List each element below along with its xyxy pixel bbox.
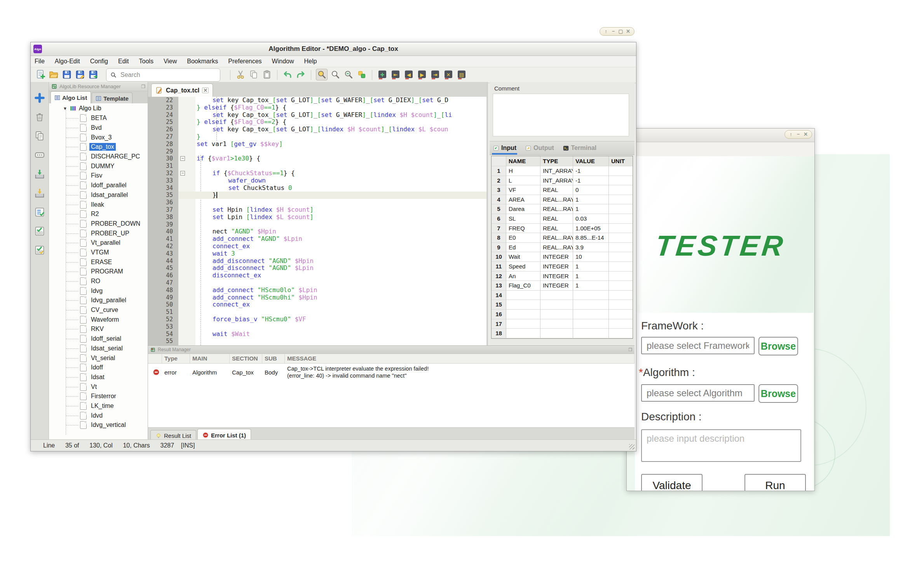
menu-help[interactable]: Help: [304, 58, 317, 65]
copy-page-icon[interactable]: [34, 130, 45, 142]
tree-item-Idsat[interactable]: Idsat: [49, 373, 148, 382]
restore-up-button[interactable]: ↑: [603, 28, 609, 35]
minimize-button[interactable]: −: [610, 28, 617, 35]
tree-item-Idoff_serial[interactable]: Idoff_serial: [49, 334, 148, 344]
panel-float-icon[interactable]: ❐: [141, 84, 145, 89]
add-icon[interactable]: [34, 92, 45, 104]
save-all-icon[interactable]: [88, 69, 99, 80]
swap-icon[interactable]: [356, 69, 367, 80]
redo-icon[interactable]: [295, 69, 306, 80]
table-row[interactable]: 6SLREAL0.03: [492, 214, 633, 224]
search-box[interactable]: [106, 68, 220, 82]
save-edit-icon[interactable]: [75, 69, 85, 80]
tree-expander-icon[interactable]: ▼: [63, 106, 67, 111]
tree-item-RKV[interactable]: RKV: [49, 324, 148, 334]
save-icon[interactable]: [61, 69, 72, 80]
tree-item-PROBER_UP[interactable]: PROBER_UP: [49, 228, 148, 238]
tree-item-Idoff[interactable]: Idoff: [49, 363, 148, 373]
tree-item-Bvox_3[interactable]: Bvox_3: [49, 132, 148, 142]
tab-close-icon[interactable]: ✕: [202, 87, 209, 93]
validate-button[interactable]: Validate: [641, 474, 703, 491]
import-yellow-icon[interactable]: [34, 187, 45, 199]
menu-tools[interactable]: Tools: [139, 58, 153, 65]
panel-float-icon[interactable]: ❐: [628, 347, 632, 352]
table-row[interactable]: 10WaitINTEGER10: [492, 252, 633, 262]
menu-file[interactable]: File: [35, 58, 45, 65]
tree-item-Idsat_serial[interactable]: Idsat_serial: [49, 344, 148, 354]
menu-view[interactable]: View: [164, 58, 177, 65]
tree-item-Waveform[interactable]: Waveform: [49, 315, 148, 324]
table-row[interactable]: 7FREQREAL1.00E+05: [492, 224, 633, 233]
rename-icon[interactable]: [34, 149, 45, 161]
tree-item-PROGRAM[interactable]: PROGRAM: [49, 267, 148, 277]
menu-algo-edit[interactable]: Algo-Edit: [55, 58, 80, 65]
tester-titlebar[interactable]: ↑−✕: [627, 129, 814, 142]
result-row[interactable]: errorAlgorithmCap_toxBodyCap_tox->TCL in…: [148, 364, 635, 379]
bookmark-add-icon[interactable]: ✚: [377, 69, 388, 80]
tab-input[interactable]: Input: [493, 141, 516, 155]
menu-edit[interactable]: Edit: [118, 58, 129, 65]
description-textarea[interactable]: [641, 429, 801, 462]
validate-icon[interactable]: [34, 225, 45, 237]
table-row[interactable]: 3VFREAL0: [492, 185, 633, 195]
table-row[interactable]: 5DareaREAL...RAY1: [492, 204, 633, 214]
tree-item-Cap_tox[interactable]: Cap_tox: [49, 142, 148, 152]
main-titlebar[interactable]: Algo Algorithm Editor - *DEMO_algo - Cap…: [31, 42, 636, 56]
tree-item-Idsat_parallel[interactable]: Idsat_parallel: [49, 190, 148, 200]
tree-root[interactable]: ▼ Algo Lib: [49, 103, 148, 113]
tree-item-ERASE[interactable]: ERASE: [49, 257, 148, 267]
tree-item-DISCHARGE_PC[interactable]: DISCHARGE_PC: [49, 152, 148, 162]
new-algo-icon[interactable]: [35, 69, 46, 80]
tree-item-DUMMY[interactable]: DUMMY: [49, 161, 148, 171]
tree-item-PROBER_DOWN[interactable]: PROBER_DOWN: [49, 219, 148, 229]
zoom-out-icon[interactable]: [343, 69, 354, 80]
table-row[interactable]: 4AREAREAL...RAY1: [492, 195, 633, 205]
run-button[interactable]: Run: [744, 474, 806, 491]
bookmark-last-icon[interactable]: ⇥: [430, 69, 441, 80]
tree-item-Idoff_parallel[interactable]: Idoff_parallel: [49, 181, 148, 190]
algorithm-browse-button[interactable]: Browse: [758, 384, 798, 403]
tree-item-Vt_parallel[interactable]: Vt_parallel: [49, 238, 148, 248]
framework-browse-button[interactable]: Browse: [758, 337, 798, 355]
table-row[interactable]: 12AnINTEGER1: [492, 272, 633, 281]
tree-item-Idvd[interactable]: Idvd: [49, 411, 148, 420]
fold-marker-icon[interactable]: −: [180, 171, 185, 176]
checklist-icon[interactable]: [34, 206, 45, 218]
table-row[interactable]: 8E0REAL...RAY8.85...E-14: [492, 233, 633, 243]
cut-icon[interactable]: [235, 69, 246, 80]
resize-grip-icon[interactable]: [629, 444, 635, 449]
tab-terminal[interactable]: Terminal: [563, 141, 597, 155]
restore-up-button[interactable]: ↑: [788, 131, 794, 138]
menu-config[interactable]: Config: [90, 58, 108, 65]
code-area[interactable]: 22set key Cap_tox_[set G_LOT]_[set G_WAF…: [148, 97, 486, 345]
tab-template[interactable]: Template: [92, 92, 132, 104]
undo-icon[interactable]: [282, 69, 293, 80]
comment-box[interactable]: [493, 94, 629, 136]
tree-item-Vt[interactable]: Vt: [49, 382, 148, 392]
tree-item-R2[interactable]: R2: [49, 209, 148, 219]
delete-icon[interactable]: [34, 111, 45, 123]
tree-item-Bvd[interactable]: Bvd: [49, 123, 148, 133]
close-button[interactable]: ✕: [625, 28, 631, 35]
table-row[interactable]: 13Flag_C0INTEGER1: [492, 281, 633, 291]
validate-all-icon[interactable]: [34, 244, 45, 256]
maximize-button[interactable]: ▢: [617, 28, 624, 35]
search-input[interactable]: [120, 71, 216, 79]
tree-item-Fisv[interactable]: Fisv: [49, 171, 148, 181]
table-row[interactable]: 16: [492, 310, 633, 319]
tree-item-Idvg[interactable]: Idvg: [49, 286, 148, 296]
close-button[interactable]: ✕: [802, 131, 809, 138]
open-icon[interactable]: [48, 69, 59, 80]
table-row[interactable]: 11SpeedINTEGER1: [492, 262, 633, 272]
menu-preferences[interactable]: Preferences: [228, 58, 262, 65]
table-row[interactable]: 2LINT_ARRAY-1: [492, 176, 633, 186]
bookmark-prev-icon[interactable]: ◀: [403, 69, 414, 80]
framework-input[interactable]: [641, 337, 755, 354]
bookmark-list-icon[interactable]: ▤: [456, 69, 467, 80]
tree-item-CV_curve[interactable]: CV_curve: [49, 305, 148, 315]
table-row[interactable]: 9EdREAL...RAY3.9: [492, 243, 633, 253]
menu-window[interactable]: Window: [272, 58, 294, 65]
zoom-icon[interactable]: [330, 69, 341, 80]
copy-icon[interactable]: [248, 69, 259, 80]
tree-item-BETA[interactable]: BETA: [49, 113, 148, 123]
